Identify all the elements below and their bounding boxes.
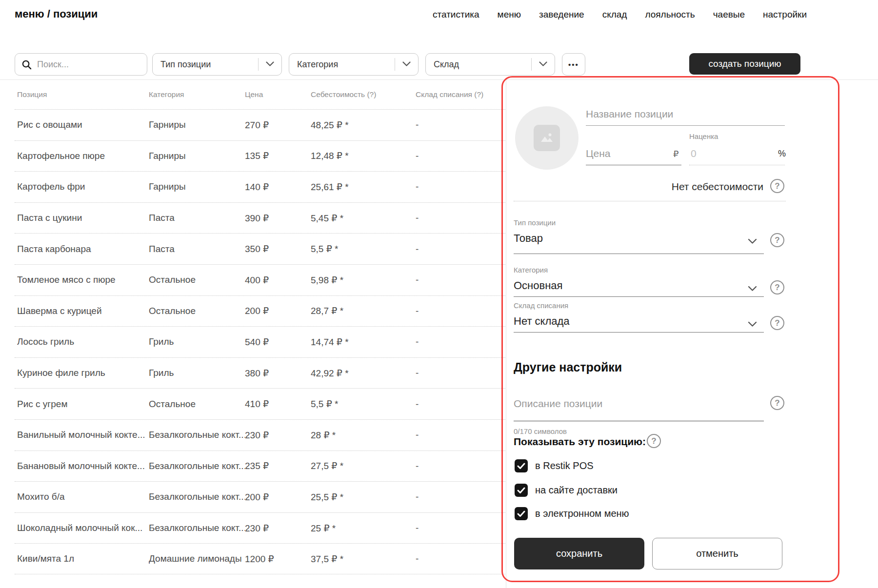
cell-name: Лосось гриль [17,336,149,347]
search-icon [21,59,32,70]
cell-cost: 25,5 ₽ * [311,491,416,503]
more-options-button[interactable]: ••• [562,53,585,76]
chevron-down-icon[interactable] [748,285,757,294]
nav-item-statistics[interactable]: статистика [433,9,479,20]
cell-price: 235 ₽ [245,460,311,471]
search-box[interactable] [15,53,147,76]
cell-cost: 5,98 ₽ * [311,274,416,286]
col-position: Позиция [17,90,149,99]
checkbox-label: на сайте доставки [535,485,618,496]
markup-input[interactable]: 0 [691,148,697,159]
no-cost-help-icon[interactable]: ? [770,179,784,193]
type-help-icon[interactable]: ? [770,233,784,247]
table-row[interactable]: Мохито б/аБезалкогольные кокт...200 ₽25,… [15,481,506,512]
nav-item-venue[interactable]: заведение [539,9,584,20]
cell-price: 380 ₽ [245,368,311,379]
cell-category: Безалкогольные кокт... [149,461,245,471]
cell-cost: 5,5 ₽ * [311,398,416,410]
cell-stock: - [416,306,506,316]
filter-item-type[interactable]: Тип позиции [152,53,282,76]
description-help-icon[interactable]: ? [770,396,784,410]
cell-price: 350 ₽ [245,243,311,255]
type-select[interactable]: Товар [514,232,543,245]
cell-name: Картофель фри [17,181,149,192]
cell-stock: - [416,213,506,223]
writeoff-underline [514,332,764,333]
nav-item-settings[interactable]: настройки [763,9,807,20]
table-row[interactable]: Томленое мясо с пюреОстальное400 ₽5,98 ₽… [15,264,506,295]
checkbox-emenu[interactable]: в электронном меню [515,507,629,520]
col-cost: Себестоимость (?) [311,90,416,99]
writeoff-help-icon[interactable]: ? [770,316,784,330]
create-position-button[interactable]: создать позицию [689,53,800,75]
filter-category[interactable]: Категория [289,53,419,76]
show-position-help-icon[interactable]: ? [647,434,661,448]
checkbox-checked-icon [515,507,528,520]
cell-price: 270 ₽ [245,119,311,131]
cancel-button[interactable]: отменить [652,538,782,569]
col-stock: Склад списания (?) [416,90,506,99]
cell-name: Томленое мясо с пюре [17,274,149,285]
cell-price: 230 ₽ [245,523,311,534]
filter-item-type-label: Тип позиции [153,59,258,70]
checkbox-delivery-site[interactable]: на сайте доставки [515,484,618,497]
checkbox-label: в Restik POS [535,460,594,471]
table-row[interactable]: Киви/мята 1лДомашние лимонады1200 ₽37,5 … [15,543,506,574]
chevron-down-icon[interactable] [748,320,757,329]
nav-item-tips[interactable]: чаевые [713,9,745,20]
cell-stock: - [416,336,506,347]
cell-cost: 25,61 ₽ * [311,181,416,193]
table-row[interactable]: Рис с угремОстальное410 ₽5,5 ₽ *- [15,388,506,419]
cell-stock: - [416,368,506,378]
cell-price: 540 ₽ [245,336,311,348]
nav-item-menu[interactable]: меню [498,9,521,20]
position-name-underline [586,125,785,126]
ellipsis-icon: ••• [568,60,579,69]
price-input[interactable]: Цена [586,148,611,159]
cell-cost: 12,48 ₽ * [311,150,416,161]
cell-category: Гарниры [149,151,245,161]
position-name-input[interactable]: Название позиции [586,108,673,120]
cell-name: Киви/мята 1л [17,553,149,564]
cell-name: Шоколадный молочный кок... [17,523,149,533]
filter-warehouse[interactable]: Склад [425,53,555,76]
other-settings-title: Другие настройки [514,360,622,374]
position-image-upload[interactable] [515,106,579,170]
chevron-down-icon [539,60,547,69]
table-row[interactable]: Паста карбонараПаста350 ₽5,5 ₽ *- [15,233,506,264]
table-row[interactable]: Лосось грильГриль540 ₽14,74 ₽ *- [15,326,506,357]
writeoff-select[interactable]: Нет склада [514,315,570,328]
checkbox-restik-pos[interactable]: в Restik POS [515,459,594,472]
table-row[interactable]: Рис с овощамиГарниры270 ₽48,25 ₽ *- [15,109,506,140]
checkbox-checked-icon [515,484,528,497]
cell-cost: 42,92 ₽ * [311,368,416,379]
nav-item-loyalty[interactable]: лояльность [645,9,695,20]
cell-price: 140 ₽ [245,181,311,193]
table-row[interactable]: Паста с цукиниПаста390 ₽5,45 ₽ *- [15,202,506,234]
cell-category: Остальное [149,274,245,285]
category-help-icon[interactable]: ? [770,280,784,294]
table-row[interactable]: Банановый молочный кокте...Безалкогольны… [15,451,506,482]
cell-cost: 14,74 ₽ * [311,336,416,348]
table-row[interactable]: Куриное филе грильГриль380 ₽42,92 ₽ *- [15,357,506,389]
description-underline [514,421,764,421]
table-row[interactable]: Картофельное пюреГарниры135 ₽12,48 ₽ *- [15,140,506,172]
top-nav: статистика меню заведение склад лояльнос… [433,9,807,20]
category-underline [514,296,764,297]
table-row[interactable]: Шоколадный молочный кок...Безалкогольные… [15,512,506,544]
divider [395,58,395,71]
table-row[interactable]: Шаверма с курицейОстальное200 ₽28,7 ₽ *- [15,295,506,327]
search-input[interactable] [37,59,140,70]
category-select[interactable]: Основная [514,279,562,292]
nav-item-warehouse[interactable]: склад [602,9,627,20]
cell-category: Гарниры [149,181,245,192]
category-field-label: Категория [514,266,548,274]
description-input[interactable]: Описание позиции [514,398,602,410]
table-row[interactable]: Ванильный молочный кокте...Безалкогольны… [15,419,506,451]
cell-category: Паста [149,213,245,223]
table-row[interactable]: Картофель фриГарниры140 ₽25,61 ₽ *- [15,171,506,202]
filter-warehouse-label: Склад [426,59,531,70]
cell-category: Гриль [149,368,245,378]
save-button[interactable]: сохранить [514,538,644,569]
chevron-down-icon[interactable] [748,237,757,246]
